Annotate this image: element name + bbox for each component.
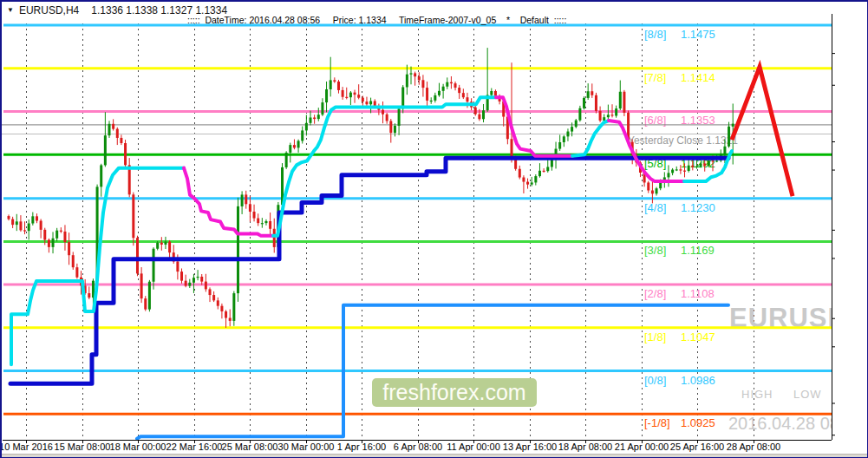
candle-body <box>374 101 376 106</box>
candle-body <box>108 124 111 135</box>
candle-body <box>430 101 433 101</box>
candle-body <box>197 277 199 278</box>
candle-body <box>156 243 159 249</box>
time-tick-label: 28 Apr 08:00 <box>702 442 806 452</box>
candle-body <box>200 277 203 282</box>
candle-body <box>494 91 497 96</box>
candle-body <box>153 249 155 282</box>
candle-body <box>180 272 183 281</box>
candle-body <box>667 173 669 177</box>
candle-body <box>321 102 323 114</box>
candle-body <box>229 318 232 321</box>
candle-body <box>611 114 614 115</box>
candle-body <box>144 298 147 310</box>
candle-body <box>253 212 256 219</box>
candle-body <box>478 114 480 120</box>
yesterday-close-label: Yesterday Close 1.1321 <box>628 134 738 147</box>
fast-step-cyan-3-line <box>572 121 609 156</box>
candle-body <box>578 108 581 121</box>
candle-body <box>176 261 179 272</box>
candle-body <box>474 108 477 114</box>
candle-body <box>261 223 264 224</box>
candle-body <box>406 75 408 88</box>
murrey-level-fraction: [-1/8] <box>644 416 670 429</box>
candle-body <box>19 221 22 230</box>
candle-body <box>237 206 239 293</box>
candle-body <box>691 166 694 167</box>
candle-body <box>305 123 308 131</box>
candle-body <box>140 273 143 298</box>
candle-body <box>313 117 316 119</box>
candle-body <box>120 138 122 143</box>
murrey-level-fraction: [0/8] <box>644 374 666 387</box>
candle-body <box>289 145 291 153</box>
candle-body <box>732 124 734 127</box>
candle-body <box>708 160 710 166</box>
candle-body <box>104 135 107 165</box>
candle-body <box>188 283 191 286</box>
brand-watermark-text: freshforex.com <box>382 380 525 404</box>
murrey-level-fraction: [7/8] <box>644 71 666 84</box>
time-axis[interactable]: 10 Mar 201615 Mar 08:0018 Mar 00:0022 Ma… <box>2 440 832 454</box>
candle-body <box>124 143 127 165</box>
candle-body <box>410 73 413 74</box>
candle-body <box>357 95 360 98</box>
price-chart-canvas[interactable]: freshforex.com EURUSD HIGH LOW 2016.04.2… <box>2 2 868 458</box>
candle-body <box>209 289 212 295</box>
candle-body <box>310 117 312 122</box>
candle-body <box>297 141 300 147</box>
candle-body <box>342 90 344 97</box>
candle-body <box>16 221 18 225</box>
candle-body <box>52 239 55 247</box>
chart-menu-dropdown-icon[interactable]: ▼ <box>7 6 14 14</box>
candle-body <box>389 121 392 133</box>
candle-body <box>48 240 50 247</box>
candle-body <box>575 121 578 128</box>
candle-body <box>185 281 187 286</box>
murrey-level-fraction: [1/8] <box>644 330 666 344</box>
candle-body <box>490 91 493 95</box>
forecast-arrow <box>732 67 793 196</box>
candle-body <box>362 98 364 101</box>
candle-body <box>414 73 416 76</box>
candle-body <box>325 89 328 102</box>
mt4-chart-window: freshforex.com EURUSD HIGH LOW 2016.04.2… <box>0 0 868 458</box>
candle-body <box>712 160 715 161</box>
candle-body <box>11 219 14 226</box>
candle-body <box>40 221 42 230</box>
murrey-level-fraction: [3/8] <box>644 244 666 257</box>
candle-body <box>438 91 441 95</box>
candle-body <box>695 167 698 167</box>
murrey-level-price: 1.1475 <box>681 28 715 41</box>
murrey-level-price: 1.1230 <box>681 201 715 214</box>
candle-body <box>450 82 453 83</box>
candle-body <box>466 97 468 101</box>
candle-body <box>623 92 625 113</box>
candle-body <box>688 166 690 171</box>
candle-body <box>369 101 372 105</box>
candle-body <box>511 139 513 157</box>
candle-body <box>36 216 38 220</box>
candle-body <box>330 80 332 89</box>
candle-body <box>462 93 465 97</box>
candle-body <box>273 229 276 247</box>
candle-body <box>583 98 585 108</box>
candle-body <box>651 191 654 194</box>
candle-body <box>333 80 336 82</box>
murrey-level-fraction: [4/8] <box>644 201 666 214</box>
candle-body <box>386 114 388 121</box>
candle-body <box>136 238 139 273</box>
candle-body <box>671 170 674 173</box>
price-axis[interactable]: 1.14351.13901.13101.12701.11851.11451.10… <box>832 2 868 454</box>
candle-body <box>454 83 457 88</box>
candle-body <box>534 176 537 182</box>
candle-body <box>212 295 215 300</box>
candle-body <box>68 242 70 255</box>
candle-body <box>526 182 529 185</box>
murrey-level-price: 1.0986 <box>681 374 715 387</box>
candle-body <box>421 80 424 88</box>
candle-body <box>345 97 348 98</box>
candle-body <box>675 169 678 170</box>
candle-body <box>538 171 541 176</box>
candle-body <box>249 204 251 212</box>
